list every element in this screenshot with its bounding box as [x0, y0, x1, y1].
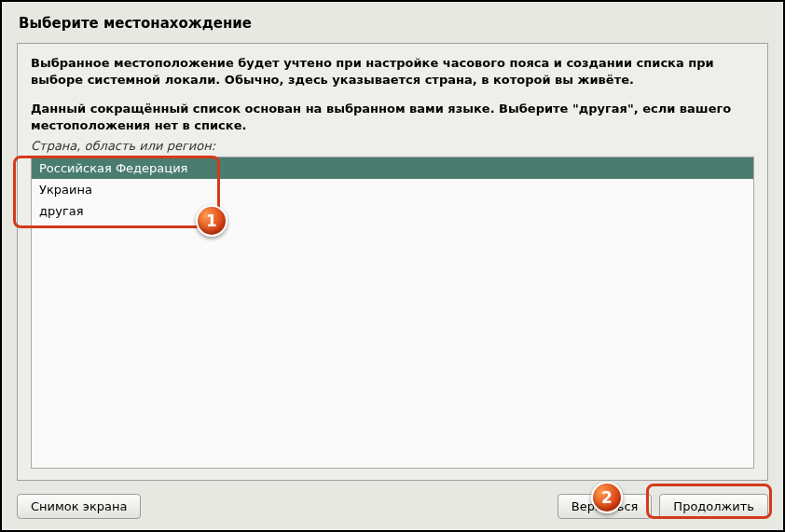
list-item-label: Украина: [39, 183, 92, 197]
screenshot-button[interactable]: Снимок экрана: [17, 494, 141, 519]
installer-window: Выберите местонахождение Выбранное место…: [6, 6, 779, 526]
list-item[interactable]: Украина: [32, 179, 753, 200]
list-item-label: другая: [39, 204, 84, 218]
list-item[interactable]: другая: [32, 200, 753, 222]
list-item[interactable]: Российская Федерация: [32, 157, 753, 179]
back-button[interactable]: Вернуться: [558, 494, 653, 519]
description-2: Данный сокращённый список основан на выб…: [31, 101, 754, 133]
continue-button[interactable]: Продолжить: [659, 494, 768, 519]
footer: Снимок экрана Вернуться Продолжить: [6, 490, 779, 526]
content-frame: Выбранное местоположение будет учтено пр…: [17, 43, 768, 481]
description-1: Выбранное местоположение будет учтено пр…: [31, 55, 754, 88]
list-item-label: Российская Федерация: [39, 161, 187, 175]
page-title: Выберите местонахождение: [6, 6, 779, 37]
list-label: Страна, область или регион:: [31, 139, 754, 153]
location-listbox[interactable]: Российская ФедерацияУкраинадругая: [31, 157, 754, 469]
